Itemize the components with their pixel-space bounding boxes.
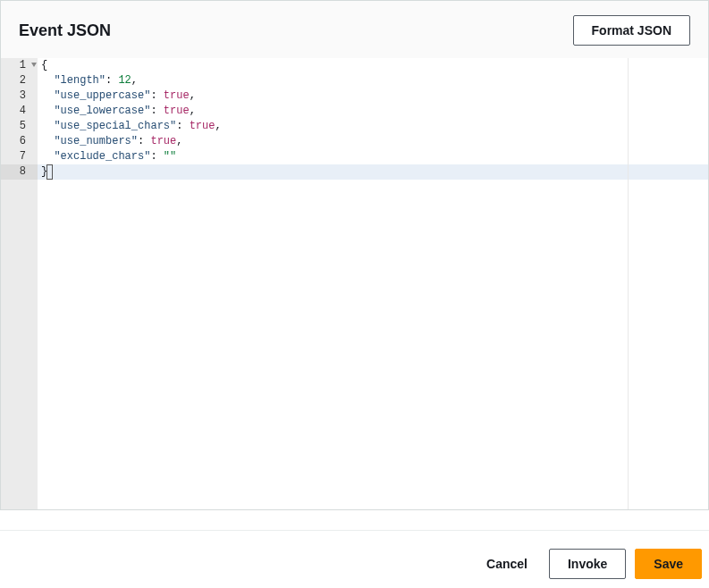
footer-actions: Cancel Invoke Save: [0, 530, 709, 588]
gutter-line: 2: [1, 73, 38, 88]
code-line[interactable]: "use_numbers": true,: [38, 134, 708, 149]
gutter-line: 8: [1, 164, 38, 180]
gutter-line: 4: [1, 104, 38, 119]
gutter-line: 7: [1, 149, 38, 164]
editor-code-area[interactable]: { "length": 12, "use_uppercase": true, "…: [38, 58, 708, 509]
gutter-line: 3: [1, 88, 38, 104]
fold-icon[interactable]: [31, 63, 37, 67]
code-line[interactable]: "use_lowercase": true,: [38, 104, 708, 119]
code-line[interactable]: "exclude_chars": "": [38, 149, 708, 164]
editor-gutter: 12345678: [1, 58, 38, 509]
code-line[interactable]: "use_special_chars": true,: [38, 119, 708, 134]
code-line[interactable]: "length": 12,: [38, 73, 708, 88]
gutter-line: 6: [1, 134, 38, 149]
print-margin: [628, 58, 629, 509]
event-json-panel: Event JSON Format JSON 12345678 { "lengt…: [0, 0, 709, 510]
code-line[interactable]: {: [38, 58, 708, 73]
gutter-line: 1: [1, 58, 38, 73]
format-json-button[interactable]: Format JSON: [573, 15, 690, 46]
code-editor[interactable]: 12345678 { "length": 12, "use_uppercase"…: [1, 58, 708, 509]
code-line[interactable]: }: [38, 164, 708, 180]
panel-header: Event JSON Format JSON: [1, 1, 708, 58]
save-button[interactable]: Save: [635, 549, 702, 579]
cancel-button[interactable]: Cancel: [474, 550, 540, 578]
invoke-button[interactable]: Invoke: [549, 549, 626, 579]
code-line[interactable]: "use_uppercase": true,: [38, 88, 708, 104]
gutter-line: 5: [1, 119, 38, 134]
panel-title: Event JSON: [19, 21, 111, 40]
